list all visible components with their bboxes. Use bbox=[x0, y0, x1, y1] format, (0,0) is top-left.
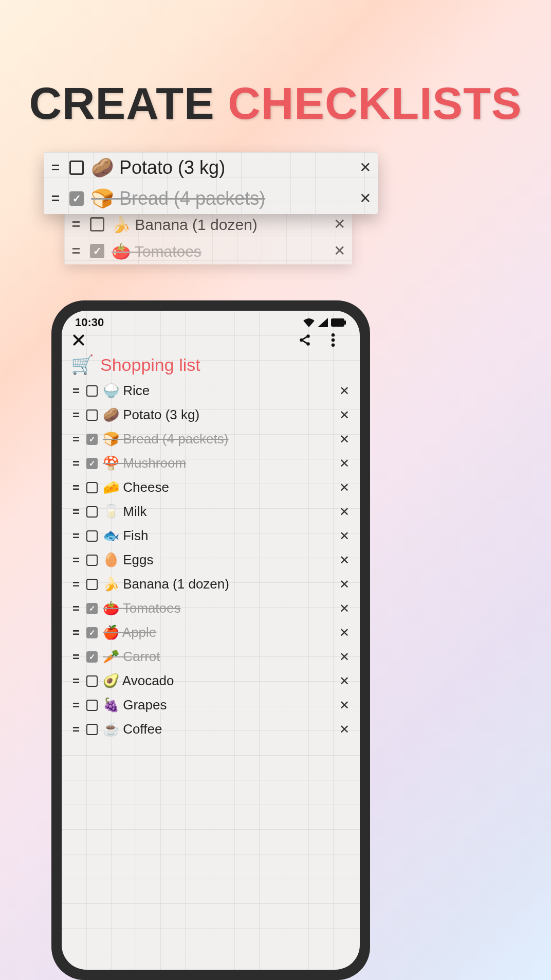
drag-handle-icon[interactable]: = bbox=[71, 482, 81, 494]
drag-handle-icon[interactable]: = bbox=[71, 530, 81, 542]
delete-icon[interactable]: ✕ bbox=[338, 554, 351, 566]
list-item[interactable]: =🍄 Mushroom✕ bbox=[66, 451, 356, 475]
svg-point-7 bbox=[332, 344, 335, 347]
item-label[interactable]: 🍅 Tomatoes bbox=[112, 242, 324, 260]
item-label[interactable]: 🍄 Mushroom bbox=[103, 455, 333, 471]
drag-handle-icon[interactable]: = bbox=[71, 409, 81, 421]
delete-icon[interactable]: ✕ bbox=[338, 433, 351, 446]
list-item[interactable]: =🍌 Banana (1 dozen)✕ bbox=[66, 572, 356, 596]
checkbox[interactable] bbox=[69, 191, 84, 206]
delete-icon[interactable]: ✕ bbox=[332, 217, 347, 231]
list-item[interactable]: =🍎 Apple✕ bbox=[66, 620, 356, 645]
list-item[interactable]: =☕ Coffee✕ bbox=[66, 717, 356, 741]
item-label[interactable]: 🥕 Carrot bbox=[103, 649, 333, 665]
checkbox[interactable] bbox=[86, 675, 98, 687]
checkbox[interactable] bbox=[90, 217, 104, 231]
drag-handle-icon[interactable]: = bbox=[71, 554, 81, 566]
delete-icon[interactable]: ✕ bbox=[357, 191, 373, 206]
list-item[interactable]: =🐟 Fish✕ bbox=[66, 524, 356, 548]
drag-handle-icon[interactable]: = bbox=[69, 217, 83, 231]
item-label[interactable]: 🥔 Potato (3 kg) bbox=[91, 157, 350, 179]
item-label[interactable]: 🧀 Cheese bbox=[103, 479, 333, 495]
checkbox[interactable] bbox=[86, 482, 98, 493]
item-label[interactable]: 🍞 Bread (4 packets) bbox=[103, 431, 333, 447]
checkbox[interactable] bbox=[86, 434, 98, 445]
item-label[interactable]: 🍎 Apple bbox=[103, 625, 333, 640]
list-item[interactable]: =🥕 Carrot✕ bbox=[66, 645, 356, 669]
item-label[interactable]: 🍇 Grapes bbox=[103, 697, 333, 713]
checkbox[interactable] bbox=[86, 555, 98, 566]
delete-icon[interactable]: ✕ bbox=[338, 723, 351, 736]
list-item[interactable]: =🥔 Potato (3 kg)✕ bbox=[66, 403, 356, 427]
delete-icon[interactable]: ✕ bbox=[338, 675, 351, 687]
close-icon[interactable] bbox=[72, 333, 90, 347]
checkbox[interactable] bbox=[86, 409, 98, 421]
list-item[interactable]: =🍞 Bread (4 packets)✕ bbox=[66, 427, 356, 451]
delete-icon[interactable]: ✕ bbox=[332, 244, 347, 258]
item-label[interactable]: 🐟 Fish bbox=[103, 528, 333, 544]
drag-handle-icon[interactable]: = bbox=[71, 578, 81, 591]
item-label[interactable]: 🍞 Bread (4 packets) bbox=[91, 188, 350, 209]
share-icon[interactable] bbox=[298, 333, 317, 347]
delete-icon[interactable]: ✕ bbox=[338, 409, 351, 421]
checkbox[interactable] bbox=[86, 506, 98, 518]
item-label[interactable]: 🍚 Rice bbox=[103, 383, 333, 399]
drag-handle-icon[interactable]: = bbox=[71, 699, 81, 711]
delete-icon[interactable]: ✕ bbox=[338, 602, 351, 615]
list-item[interactable]: =🍚 Rice✕ bbox=[66, 379, 356, 403]
list-item[interactable]: =🍅 Tomatoes✕ bbox=[64, 238, 352, 264]
drag-handle-icon[interactable]: = bbox=[71, 675, 81, 687]
item-label[interactable]: 🥛 Milk bbox=[103, 504, 333, 520]
checkbox[interactable] bbox=[86, 530, 98, 542]
drag-handle-icon[interactable]: = bbox=[49, 191, 62, 206]
delete-icon[interactable]: ✕ bbox=[338, 699, 351, 711]
delete-icon[interactable]: ✕ bbox=[338, 578, 351, 591]
delete-icon[interactable]: ✕ bbox=[338, 457, 351, 470]
checkbox[interactable] bbox=[86, 700, 98, 711]
list-item[interactable]: =🍇 Grapes✕ bbox=[66, 693, 356, 717]
checkbox[interactable] bbox=[86, 724, 98, 735]
delete-icon[interactable]: ✕ bbox=[338, 385, 351, 397]
checkbox[interactable] bbox=[86, 458, 98, 469]
drag-handle-icon[interactable]: = bbox=[69, 244, 83, 258]
list-item[interactable]: =🥔 Potato (3 kg)✕ bbox=[44, 152, 378, 183]
drag-handle-icon[interactable]: = bbox=[71, 723, 81, 736]
more-icon[interactable] bbox=[331, 333, 350, 347]
checkbox[interactable] bbox=[90, 244, 104, 258]
checkbox[interactable] bbox=[86, 651, 98, 663]
list-item[interactable]: =🍞 Bread (4 packets)✕ bbox=[44, 183, 378, 214]
drag-handle-icon[interactable]: = bbox=[49, 161, 62, 175]
checkbox[interactable] bbox=[86, 579, 98, 590]
checkbox[interactable] bbox=[86, 603, 98, 614]
item-label[interactable]: 🍌 Banana (1 dozen) bbox=[103, 576, 333, 592]
drag-handle-icon[interactable]: = bbox=[71, 506, 81, 518]
list-item[interactable]: =🥑 Avocado✕ bbox=[66, 669, 356, 693]
note-title[interactable]: 🛒 Shopping list bbox=[62, 351, 360, 379]
checkbox[interactable] bbox=[69, 161, 84, 175]
drag-handle-icon[interactable]: = bbox=[71, 385, 81, 397]
list-item[interactable]: =🥚 Eggs✕ bbox=[66, 548, 356, 572]
item-label[interactable]: 🥑 Avocado bbox=[103, 673, 333, 689]
drag-handle-icon[interactable]: = bbox=[71, 627, 81, 639]
item-label[interactable]: 🍌 Banana (1 dozen) bbox=[112, 216, 324, 234]
item-label[interactable]: 🍅 Tomatoes bbox=[103, 600, 333, 616]
drag-handle-icon[interactable]: = bbox=[71, 651, 81, 663]
delete-icon[interactable]: ✕ bbox=[338, 627, 351, 639]
drag-handle-icon[interactable]: = bbox=[71, 602, 81, 615]
list-item[interactable]: =🍌 Banana (1 dozen)✕ bbox=[64, 211, 352, 238]
delete-icon[interactable]: ✕ bbox=[338, 482, 351, 494]
delete-icon[interactable]: ✕ bbox=[357, 161, 373, 175]
drag-handle-icon[interactable]: = bbox=[71, 457, 81, 470]
delete-icon[interactable]: ✕ bbox=[338, 651, 351, 663]
list-item[interactable]: =🥛 Milk✕ bbox=[66, 500, 356, 524]
checkbox[interactable] bbox=[86, 385, 98, 397]
list-item[interactable]: =🧀 Cheese✕ bbox=[66, 475, 356, 500]
drag-handle-icon[interactable]: = bbox=[71, 433, 81, 446]
delete-icon[interactable]: ✕ bbox=[338, 506, 351, 518]
item-label[interactable]: 🥔 Potato (3 kg) bbox=[103, 407, 333, 423]
checkbox[interactable] bbox=[86, 627, 98, 638]
item-label[interactable]: ☕ Coffee bbox=[103, 721, 333, 737]
delete-icon[interactable]: ✕ bbox=[338, 530, 351, 542]
list-item[interactable]: =🍅 Tomatoes✕ bbox=[66, 596, 356, 620]
item-label[interactable]: 🥚 Eggs bbox=[103, 552, 333, 568]
